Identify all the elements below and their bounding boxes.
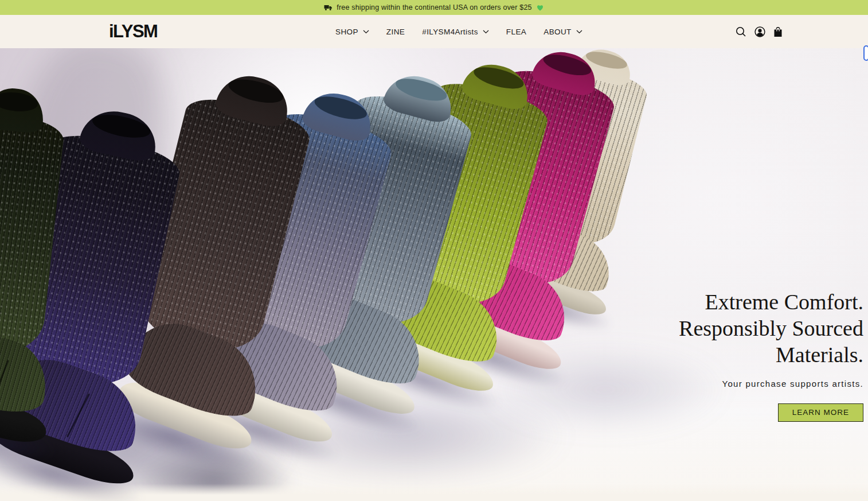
main-nav: SHOP ZINE #ILYSM4Artists FLEA ABOUT <box>335 15 582 48</box>
shipping-truck-icon <box>324 5 333 11</box>
site-header: iLYSM SHOP ZINE #ILYSM4Artists FLEA ABOU… <box>0 15 868 48</box>
scrollbar-thumb[interactable] <box>863 45 868 61</box>
nav-item-flea[interactable]: FLEA <box>506 28 526 36</box>
cart-icon[interactable] <box>773 26 783 37</box>
search-icon[interactable] <box>736 26 746 37</box>
chevron-down-icon <box>576 30 582 34</box>
hero-heading-line: Extreme Comfort. <box>508 289 863 315</box>
hero-section: Extreme Comfort. Responsibly Sourced Mat… <box>0 48 868 501</box>
hero-boots <box>0 48 868 501</box>
chevron-down-icon <box>483 30 489 34</box>
hero-heading-line: Materials. <box>508 341 863 368</box>
nav-item-about[interactable]: ABOUT <box>544 28 582 36</box>
logo[interactable]: iLYSM <box>109 21 157 42</box>
hero-copy: Extreme Comfort. Responsibly Sourced Mat… <box>508 289 863 422</box>
boot-cuff <box>0 86 46 134</box>
announcement-text: free shipping within the continental USA… <box>337 3 531 11</box>
announcement-bar: free shipping within the continental USA… <box>0 0 868 15</box>
account-icon[interactable] <box>754 26 765 37</box>
hero-heading: Extreme Comfort. Responsibly Sourced Mat… <box>508 289 863 368</box>
header-icons <box>736 15 783 48</box>
boot-opening <box>0 90 39 114</box>
nav-item-zine[interactable]: ZINE <box>386 28 405 36</box>
page: free shipping within the continental USA… <box>0 0 868 501</box>
chevron-down-icon <box>363 30 369 34</box>
hero-heading-line: Responsibly Sourced <box>508 315 863 341</box>
green-heart-icon <box>536 4 544 11</box>
learn-more-button[interactable]: LEARN MORE <box>778 403 863 422</box>
hero-subheading: Your purchase supports artists. <box>508 379 863 389</box>
boot-opening <box>91 111 153 142</box>
nav-item-shop[interactable]: SHOP <box>335 28 369 36</box>
nav-item-ilysm4artists[interactable]: #ILYSM4Artists <box>422 28 489 36</box>
